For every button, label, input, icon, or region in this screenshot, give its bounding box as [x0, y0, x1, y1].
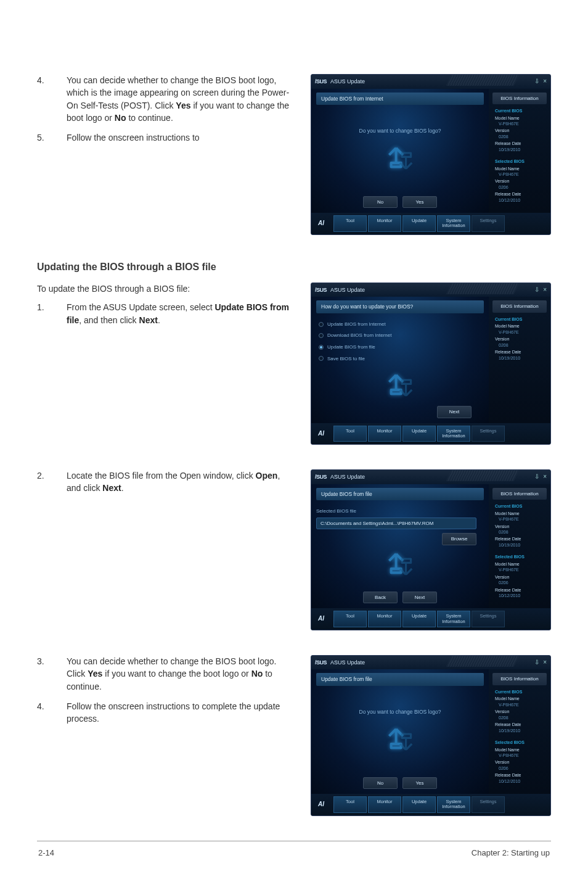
option-update-from-file[interactable]: Update BIOS from file [319, 344, 481, 351]
step-number: 1. [37, 301, 49, 326]
chapter-label: Chapter 2: Starting up [472, 848, 550, 859]
pin-icon[interactable]: ⇩ [534, 472, 539, 482]
asus-logo: /SUS [315, 473, 327, 481]
section2-steps34: 3. You can decide whether to change the … [37, 655, 292, 732]
step-body: You can decide whether to change the BIO… [67, 74, 292, 124]
tab-system-information[interactable]: System Information [437, 611, 470, 627]
tab-tool[interactable]: Tool [333, 611, 367, 627]
asus-update-window-select-file: /SUS ASUS Update ⇩ × Update BIOS from fi… [311, 469, 551, 630]
yes-button[interactable]: Yes [402, 777, 437, 790]
ai-suite-icon[interactable]: AI [314, 426, 329, 442]
section2-step2: 2. Locate the BIOS file from the Open wi… [37, 469, 292, 502]
asus-update-window-change-logo-internet: /SUS ASUS Update ⇩ × Update BIOS from In… [311, 74, 551, 235]
tab-settings[interactable]: Settings [472, 611, 505, 627]
close-icon[interactable]: × [543, 286, 547, 295]
bios-file-path-input[interactable]: C:\Documents and Settings\Admi...\P8H67M… [316, 518, 476, 530]
current-bios-block: Current BIOS Model Name V-P8H67E Version… [492, 503, 547, 548]
bios-info-header: BIOS Information [492, 93, 547, 105]
upload-arrow-icon [385, 549, 415, 579]
tab-tool[interactable]: Tool [333, 215, 367, 232]
tab-settings[interactable]: Settings [472, 796, 505, 813]
pin-icon[interactable]: ⇩ [534, 77, 539, 86]
next-button[interactable]: Next [402, 592, 437, 604]
pin-icon[interactable]: ⇩ [534, 658, 539, 667]
ai-suite-icon[interactable]: AI [314, 796, 329, 813]
current-bios-block: Current BIOS Model Name V-P8H67E Version… [492, 689, 547, 733]
step-number: 3. [37, 655, 49, 693]
yes-button[interactable]: Yes [402, 196, 437, 208]
step-body: From the ASUS Update screen, select Upda… [67, 301, 292, 326]
upload-arrow-icon [385, 143, 415, 173]
close-icon[interactable]: × [543, 658, 547, 667]
selected-bios-file-label: Selected BIOS file [316, 508, 484, 515]
tab-monitor[interactable]: Monitor [368, 611, 401, 627]
asus-logo: /SUS [315, 78, 327, 86]
page-number: 2-14 [38, 848, 54, 859]
bios-info-header: BIOS Information [492, 488, 547, 500]
tab-monitor[interactable]: Monitor [368, 426, 401, 442]
selected-bios-block: Selected BIOS Model Name V-P8H67E Versio… [492, 740, 547, 784]
window-title: ASUS Update [330, 78, 365, 86]
update-method-options: Update BIOS from Internet Download BIOS … [316, 318, 484, 366]
lead-text: To update the BIOS through a BIOS file: [37, 283, 292, 295]
close-icon[interactable]: × [543, 472, 547, 482]
tab-system-information[interactable]: System Information [437, 215, 470, 232]
section1-text: 4. You can decide whether to change the … [37, 74, 292, 151]
tab-update[interactable]: Update [402, 796, 436, 813]
option-save-to-file[interactable]: Save BIOS to file [319, 355, 481, 363]
step-body: Follow the onscreen instructions to [67, 131, 292, 144]
tab-settings[interactable]: Settings [472, 426, 505, 442]
tab-tool[interactable]: Tool [333, 426, 367, 442]
upload-arrow-icon [385, 370, 415, 400]
step-body: You can decide whether to change the BIO… [67, 655, 292, 693]
tab-settings[interactable]: Settings [472, 215, 505, 232]
tab-system-information[interactable]: System Information [437, 796, 470, 813]
panel-header: How do you want to update your BIOS? [316, 300, 484, 313]
next-button[interactable]: Next [437, 406, 472, 418]
asus-logo: /SUS [315, 286, 327, 294]
tab-update[interactable]: Update [402, 611, 436, 627]
pin-icon[interactable]: ⇩ [534, 286, 539, 295]
selected-bios-block: Selected BIOS Model Name V-P8H67E Versio… [492, 159, 547, 203]
close-icon[interactable]: × [543, 77, 547, 86]
ai-suite-icon[interactable]: AI [314, 611, 329, 627]
section-heading: Updating the BIOS through a BIOS file [37, 260, 551, 274]
panel-header: Update BIOS from Internet [316, 93, 484, 105]
tab-update[interactable]: Update [402, 215, 436, 232]
back-button[interactable]: Back [363, 592, 398, 604]
step-body: Locate the BIOS file from the Open windo… [67, 469, 292, 495]
footer-rule [37, 841, 551, 841]
tab-tool[interactable]: Tool [333, 796, 367, 813]
tab-update[interactable]: Update [402, 426, 436, 442]
asus-logo: /SUS [315, 659, 327, 667]
step-number: 2. [37, 469, 49, 495]
no-button[interactable]: No [363, 196, 398, 208]
browse-button[interactable]: Browse [442, 533, 476, 545]
upload-arrow-icon [385, 724, 415, 754]
ai-suite-icon[interactable]: AI [314, 215, 329, 232]
step-number: 4. [37, 74, 49, 124]
tab-monitor[interactable]: Monitor [368, 215, 401, 232]
bios-info-header: BIOS Information [492, 300, 547, 313]
panel-header: Update BIOS from file [316, 488, 484, 500]
step-number: 4. [37, 700, 49, 725]
section2-lead-step1: To update the BIOS through a BIOS file: … [37, 283, 292, 334]
step-number: 5. [37, 131, 49, 144]
panel-header: Update BIOS from file [316, 673, 484, 685]
current-bios-block: Current BIOS Model Name V-P8H67E Version… [492, 316, 547, 361]
option-update-from-internet[interactable]: Update BIOS from Internet [319, 321, 481, 328]
window-title: ASUS Update [330, 659, 365, 667]
step-body: Follow the onscreen instructions to comp… [67, 700, 292, 725]
window-title: ASUS Update [330, 286, 365, 294]
tab-monitor[interactable]: Monitor [368, 796, 401, 813]
option-download-from-internet[interactable]: Download BIOS from Internet [319, 332, 481, 339]
bios-info-header: BIOS Information [492, 673, 547, 685]
no-button[interactable]: No [363, 777, 398, 790]
tab-system-information[interactable]: System Information [437, 426, 470, 442]
asus-update-window-select-method: /SUS ASUS Update ⇩ × How do you want to … [311, 283, 551, 445]
current-bios-block: Current BIOS Model Name V-P8H67E Version… [492, 108, 547, 152]
selected-bios-block: Selected BIOS Model Name V-P8H67E Versio… [492, 554, 547, 598]
window-title: ASUS Update [330, 473, 365, 481]
prompt-text: Do you want to change BIOS logo? [316, 127, 484, 134]
prompt-text: Do you want to change BIOS logo? [316, 708, 484, 716]
